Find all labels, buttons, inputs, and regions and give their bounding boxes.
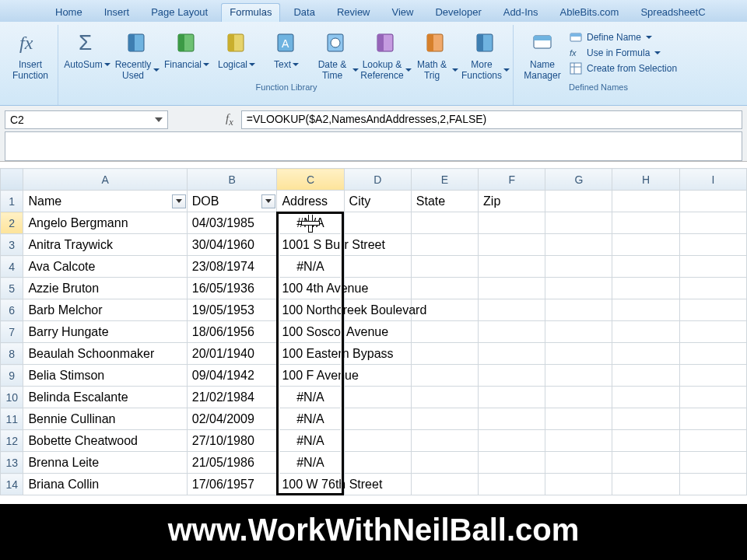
cell[interactable]: [679, 212, 746, 234]
cell[interactable]: Belia Stimson: [23, 365, 187, 387]
row-header-2[interactable]: 2: [1, 212, 23, 234]
col-header-G[interactable]: G: [545, 169, 612, 191]
cell[interactable]: DOB: [187, 191, 277, 212]
row-header-7[interactable]: 7: [1, 321, 23, 343]
col-header-E[interactable]: E: [411, 169, 478, 191]
cell[interactable]: Address: [277, 191, 344, 212]
cell[interactable]: [344, 278, 411, 299]
cell[interactable]: [612, 256, 679, 278]
tab-ablebits-com[interactable]: AbleBits.com: [552, 3, 628, 22]
cell[interactable]: Azzie Bruton: [23, 278, 187, 299]
col-header-H[interactable]: H: [612, 169, 679, 191]
tab-developer[interactable]: Developer: [426, 3, 489, 22]
cell[interactable]: [545, 452, 612, 474]
cell[interactable]: [612, 408, 679, 430]
cell[interactable]: 100 Eastern Bypass: [277, 343, 344, 365]
cell[interactable]: #N/A: [277, 408, 344, 430]
col-header-F[interactable]: F: [479, 169, 545, 191]
use-in-formula-button[interactable]: fx Use in Formula: [570, 47, 677, 59]
formula-bar[interactable]: =VLOOKUP($A2,NamesAndAddresses,2,FALSE): [241, 110, 742, 129]
tab-view[interactable]: View: [384, 3, 423, 22]
cell[interactable]: Bennie Cullinan: [23, 408, 187, 430]
cell[interactable]: [479, 408, 545, 430]
cell[interactable]: 100 4th Avenue: [277, 278, 344, 299]
cell[interactable]: 1001 S Burr Street: [277, 234, 344, 256]
tab-page-layout[interactable]: Page Layout: [142, 3, 216, 22]
cell[interactable]: [545, 234, 612, 256]
cell[interactable]: [545, 299, 612, 321]
cell[interactable]: [612, 321, 679, 343]
cell[interactable]: [545, 430, 612, 452]
cell[interactable]: [479, 430, 545, 452]
cell[interactable]: [545, 365, 612, 387]
insert-function-fx-button[interactable]: fx: [221, 112, 238, 128]
cell[interactable]: [679, 278, 746, 299]
cell[interactable]: Anitra Traywick: [23, 234, 187, 256]
cell[interactable]: Beaulah Schoonmaker: [23, 343, 187, 365]
cell[interactable]: #N/A: [277, 452, 344, 474]
cell[interactable]: Briana Collin: [23, 474, 187, 495]
cell[interactable]: [612, 234, 679, 256]
row-header-10[interactable]: 10: [1, 387, 23, 408]
cell[interactable]: [479, 365, 545, 387]
tab-review[interactable]: Review: [328, 3, 379, 22]
cell[interactable]: 30/04/1960: [187, 234, 277, 256]
cell[interactable]: [479, 387, 545, 408]
cell[interactable]: [479, 299, 545, 321]
cell[interactable]: Belinda Escalante: [23, 387, 187, 408]
col-header-D[interactable]: D: [344, 169, 411, 191]
cell[interactable]: #N/A: [277, 256, 344, 278]
cell[interactable]: Barry Hungate: [23, 321, 187, 343]
autosum-button[interactable]: Σ AutoSum: [65, 26, 110, 72]
cell[interactable]: 09/04/1942: [187, 365, 277, 387]
cell[interactable]: [344, 365, 411, 387]
cell[interactable]: [679, 387, 746, 408]
worksheet[interactable]: ABCDEFGHI 1NameDOBAddressCityStateZip2An…: [0, 168, 747, 495]
cell[interactable]: [344, 212, 411, 234]
cell[interactable]: [479, 234, 545, 256]
cell[interactable]: [411, 387, 478, 408]
col-header-B[interactable]: B: [187, 169, 277, 191]
cell[interactable]: [679, 234, 746, 256]
cell[interactable]: [344, 387, 411, 408]
cell[interactable]: [411, 321, 478, 343]
datetime-button[interactable]: Date & Time: [314, 26, 359, 82]
cell[interactable]: [679, 299, 746, 321]
cell[interactable]: [479, 343, 545, 365]
cell[interactable]: [344, 234, 411, 256]
row-header-3[interactable]: 3: [1, 234, 23, 256]
cell[interactable]: #N/A: [277, 430, 344, 452]
dropdown-icon[interactable]: [155, 117, 163, 122]
cell[interactable]: [545, 408, 612, 430]
col-header-I[interactable]: I: [679, 169, 746, 191]
cell[interactable]: 17/06/1957: [187, 474, 277, 495]
row-header-14[interactable]: 14: [1, 474, 23, 495]
tab-data[interactable]: Data: [285, 3, 323, 22]
cell[interactable]: [612, 474, 679, 495]
create-from-selection-button[interactable]: Create from Selection: [570, 62, 677, 75]
cell[interactable]: [679, 430, 746, 452]
row-header-4[interactable]: 4: [1, 256, 23, 278]
financial-button[interactable]: Financial: [164, 26, 209, 72]
tab-spreadsheetc[interactable]: SpreadsheetC: [632, 3, 714, 22]
cell[interactable]: 04/03/1985: [187, 212, 277, 234]
tab-insert[interactable]: Insert: [96, 3, 139, 22]
cell[interactable]: 18/06/1956: [187, 321, 277, 343]
cell[interactable]: [344, 474, 411, 495]
cell[interactable]: 16/05/1936: [187, 278, 277, 299]
col-header-C[interactable]: C: [277, 169, 344, 191]
formula-bar-expanded[interactable]: [5, 131, 742, 161]
cell[interactable]: [479, 321, 545, 343]
name-box[interactable]: C2: [5, 110, 168, 129]
row-header-13[interactable]: 13: [1, 452, 23, 474]
tab-add-ins[interactable]: Add-Ins: [495, 3, 547, 22]
cell[interactable]: 21/02/1984: [187, 387, 277, 408]
cell[interactable]: Brenna Leite: [23, 452, 187, 474]
row-header-8[interactable]: 8: [1, 343, 23, 365]
col-header-A[interactable]: A: [23, 169, 187, 191]
cell[interactable]: [411, 278, 478, 299]
cell[interactable]: [612, 452, 679, 474]
tab-home[interactable]: Home: [47, 3, 91, 22]
row-header-9[interactable]: 9: [1, 365, 23, 387]
cell[interactable]: Bobette Cheatwood: [23, 430, 187, 452]
